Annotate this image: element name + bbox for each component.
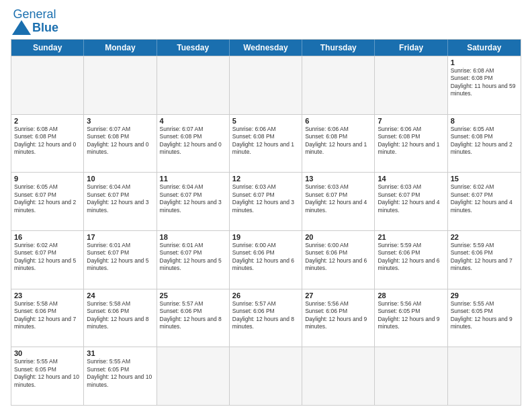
header: General Blue bbox=[11, 8, 521, 35]
day-info: Sunrise: 5:57 AM Sunset: 6:06 PM Dayligh… bbox=[232, 300, 299, 331]
day-info: Sunrise: 6:03 AM Sunset: 6:07 PM Dayligh… bbox=[232, 183, 299, 214]
day-number: 28 bbox=[378, 291, 444, 300]
week-row-6: 30Sunrise: 5:55 AM Sunset: 6:05 PM Dayli… bbox=[11, 347, 521, 405]
day-cell bbox=[302, 56, 375, 114]
page: General Blue SundayMondayTuesdayWednesda… bbox=[0, 0, 532, 411]
day-number: 5 bbox=[232, 117, 299, 125]
day-info: Sunrise: 6:04 AM Sunset: 6:07 PM Dayligh… bbox=[160, 183, 226, 214]
day-number: 23 bbox=[14, 291, 81, 300]
day-info: Sunrise: 6:01 AM Sunset: 6:07 PM Dayligh… bbox=[160, 242, 226, 273]
day-number: 12 bbox=[232, 175, 299, 183]
day-name-sunday: Sunday bbox=[11, 40, 84, 56]
day-number: 16 bbox=[14, 233, 81, 241]
day-name-tuesday: Tuesday bbox=[157, 40, 230, 56]
day-number: 31 bbox=[87, 349, 153, 357]
day-info: Sunrise: 5:59 AM Sunset: 6:06 PM Dayligh… bbox=[451, 242, 518, 273]
day-cell: 3Sunrise: 6:07 AM Sunset: 6:08 PM Daylig… bbox=[84, 115, 157, 173]
day-cell: 27Sunrise: 5:56 AM Sunset: 6:06 PM Dayli… bbox=[302, 289, 375, 347]
day-cell: 7Sunrise: 6:06 AM Sunset: 6:08 PM Daylig… bbox=[375, 115, 447, 173]
day-cell bbox=[375, 347, 447, 405]
day-info: Sunrise: 5:55 AM Sunset: 6:05 PM Dayligh… bbox=[14, 358, 81, 389]
day-cell: 5Sunrise: 6:06 AM Sunset: 6:08 PM Daylig… bbox=[230, 115, 302, 173]
day-info: Sunrise: 6:06 AM Sunset: 6:08 PM Dayligh… bbox=[305, 126, 371, 156]
day-cell: 20Sunrise: 6:00 AM Sunset: 6:06 PM Dayli… bbox=[302, 231, 375, 289]
day-cell bbox=[230, 347, 302, 405]
day-info: Sunrise: 6:03 AM Sunset: 6:07 PM Dayligh… bbox=[378, 183, 444, 214]
day-info: Sunrise: 5:59 AM Sunset: 6:06 PM Dayligh… bbox=[378, 242, 444, 273]
day-number: 29 bbox=[451, 291, 518, 300]
day-number: 10 bbox=[87, 175, 153, 183]
day-name-saturday: Saturday bbox=[448, 40, 521, 56]
calendar-body: 1Sunrise: 6:08 AM Sunset: 6:08 PM Daylig… bbox=[11, 56, 521, 405]
week-row-4: 16Sunrise: 6:02 AM Sunset: 6:07 PM Dayli… bbox=[11, 230, 521, 289]
day-cell: 16Sunrise: 6:02 AM Sunset: 6:07 PM Dayli… bbox=[11, 231, 84, 289]
day-info: Sunrise: 6:02 AM Sunset: 6:07 PM Dayligh… bbox=[451, 183, 518, 214]
day-info: Sunrise: 5:55 AM Sunset: 6:05 PM Dayligh… bbox=[451, 300, 518, 331]
day-number: 20 bbox=[305, 233, 371, 241]
day-cell: 30Sunrise: 5:55 AM Sunset: 6:05 PM Dayli… bbox=[11, 347, 84, 405]
day-cell bbox=[11, 56, 84, 114]
day-cell: 9Sunrise: 6:05 AM Sunset: 6:07 PM Daylig… bbox=[11, 173, 84, 230]
day-cell: 13Sunrise: 6:03 AM Sunset: 6:07 PM Dayli… bbox=[302, 173, 375, 230]
day-number: 1 bbox=[451, 58, 518, 66]
day-cell bbox=[230, 56, 302, 114]
day-number: 6 bbox=[305, 117, 371, 125]
day-info: Sunrise: 6:02 AM Sunset: 6:07 PM Dayligh… bbox=[14, 242, 81, 273]
day-info: Sunrise: 6:04 AM Sunset: 6:07 PM Dayligh… bbox=[87, 183, 153, 214]
day-number: 13 bbox=[305, 175, 371, 183]
logo-triangle-icon bbox=[12, 20, 31, 35]
day-number: 8 bbox=[451, 117, 518, 125]
day-cell: 21Sunrise: 5:59 AM Sunset: 6:06 PM Dayli… bbox=[375, 231, 447, 289]
day-info: Sunrise: 5:57 AM Sunset: 6:06 PM Dayligh… bbox=[160, 300, 226, 331]
day-cell bbox=[157, 347, 230, 405]
day-info: Sunrise: 6:05 AM Sunset: 6:08 PM Dayligh… bbox=[451, 126, 518, 156]
day-number: 30 bbox=[14, 349, 81, 357]
day-cell: 19Sunrise: 6:00 AM Sunset: 6:06 PM Dayli… bbox=[230, 231, 302, 289]
day-info: Sunrise: 5:56 AM Sunset: 6:05 PM Dayligh… bbox=[378, 300, 444, 331]
day-cell: 2Sunrise: 6:08 AM Sunset: 6:08 PM Daylig… bbox=[11, 115, 84, 173]
day-cell bbox=[157, 56, 230, 114]
day-info: Sunrise: 6:06 AM Sunset: 6:08 PM Dayligh… bbox=[378, 126, 444, 156]
day-name-friday: Friday bbox=[375, 40, 447, 56]
day-cell: 22Sunrise: 5:59 AM Sunset: 6:06 PM Dayli… bbox=[448, 231, 521, 289]
day-cell: 15Sunrise: 6:02 AM Sunset: 6:07 PM Dayli… bbox=[448, 173, 521, 230]
day-number: 27 bbox=[305, 291, 371, 300]
day-cell: 24Sunrise: 5:58 AM Sunset: 6:06 PM Dayli… bbox=[84, 289, 157, 347]
day-cell: 8Sunrise: 6:05 AM Sunset: 6:08 PM Daylig… bbox=[448, 115, 521, 173]
day-cell: 11Sunrise: 6:04 AM Sunset: 6:07 PM Dayli… bbox=[157, 173, 230, 230]
day-cell: 18Sunrise: 6:01 AM Sunset: 6:07 PM Dayli… bbox=[157, 231, 230, 289]
logo-text: General bbox=[13, 8, 56, 20]
day-cell: 12Sunrise: 6:03 AM Sunset: 6:07 PM Dayli… bbox=[230, 173, 302, 230]
day-number: 25 bbox=[160, 291, 226, 300]
day-number: 14 bbox=[378, 175, 444, 183]
day-cell: 25Sunrise: 5:57 AM Sunset: 6:06 PM Dayli… bbox=[157, 289, 230, 347]
day-number: 9 bbox=[14, 175, 81, 183]
day-info: Sunrise: 6:07 AM Sunset: 6:08 PM Dayligh… bbox=[87, 126, 153, 156]
day-cell: 1Sunrise: 6:08 AM Sunset: 6:08 PM Daylig… bbox=[448, 56, 521, 114]
logo: General Blue bbox=[11, 8, 58, 35]
day-number: 22 bbox=[451, 233, 518, 241]
day-info: Sunrise: 6:06 AM Sunset: 6:08 PM Dayligh… bbox=[232, 126, 299, 156]
day-number: 3 bbox=[87, 117, 153, 125]
day-number: 26 bbox=[232, 291, 299, 300]
day-number: 11 bbox=[160, 175, 226, 183]
day-info: Sunrise: 6:00 AM Sunset: 6:06 PM Dayligh… bbox=[232, 242, 299, 273]
day-number: 4 bbox=[160, 117, 226, 125]
day-info: Sunrise: 6:08 AM Sunset: 6:08 PM Dayligh… bbox=[451, 67, 518, 98]
day-number: 19 bbox=[232, 233, 299, 241]
day-number: 17 bbox=[87, 233, 153, 241]
day-cell: 29Sunrise: 5:55 AM Sunset: 6:05 PM Dayli… bbox=[448, 289, 521, 347]
logo-blue-text: Blue bbox=[32, 21, 58, 35]
day-cell: 6Sunrise: 6:06 AM Sunset: 6:08 PM Daylig… bbox=[302, 115, 375, 173]
day-number: 2 bbox=[14, 117, 81, 125]
week-row-5: 23Sunrise: 5:58 AM Sunset: 6:06 PM Dayli… bbox=[11, 289, 521, 347]
day-number: 24 bbox=[87, 291, 153, 300]
day-name-wednesday: Wednesday bbox=[230, 40, 302, 56]
day-info: Sunrise: 6:00 AM Sunset: 6:06 PM Dayligh… bbox=[305, 242, 371, 273]
day-name-thursday: Thursday bbox=[302, 40, 375, 56]
day-cell: 17Sunrise: 6:01 AM Sunset: 6:07 PM Dayli… bbox=[84, 231, 157, 289]
day-cell: 28Sunrise: 5:56 AM Sunset: 6:05 PM Dayli… bbox=[375, 289, 447, 347]
week-row-1: 1Sunrise: 6:08 AM Sunset: 6:08 PM Daylig… bbox=[11, 56, 521, 114]
day-info: Sunrise: 5:55 AM Sunset: 6:05 PM Dayligh… bbox=[87, 358, 153, 389]
week-row-3: 9Sunrise: 6:05 AM Sunset: 6:07 PM Daylig… bbox=[11, 172, 521, 230]
